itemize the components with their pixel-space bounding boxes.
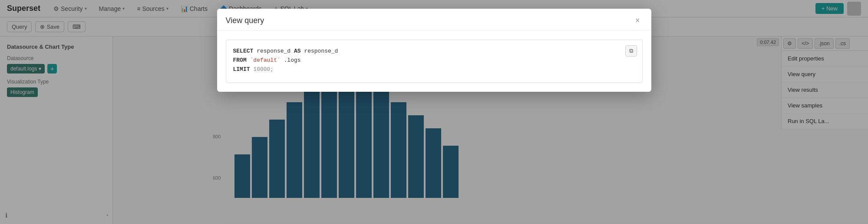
modal-title: View query bbox=[226, 16, 264, 25]
code-line-2: FROM `default` .logs bbox=[233, 56, 620, 65]
code-block: SELECT response_d AS response_d FROM `de… bbox=[226, 40, 643, 83]
modal-header: View query × bbox=[217, 9, 651, 31]
limit-keyword: LIMIT bbox=[233, 66, 250, 73]
as-keyword: AS bbox=[294, 48, 301, 54]
code-table-suffix: .logs bbox=[284, 57, 301, 64]
copy-icon: ⧉ bbox=[629, 47, 633, 54]
code-table-ref: `default` bbox=[250, 57, 281, 64]
modal-close-button[interactable]: × bbox=[633, 16, 643, 25]
copy-button[interactable]: ⧉ bbox=[625, 45, 637, 57]
code-line-3: LIMIT 10000; bbox=[233, 65, 620, 74]
code-line-1: SELECT response_d AS response_d bbox=[233, 47, 620, 56]
modal-body: SELECT response_d AS response_d FROM `de… bbox=[217, 31, 651, 92]
code-limit-value: 10000; bbox=[253, 66, 274, 73]
select-keyword: SELECT bbox=[233, 48, 254, 54]
from-keyword: FROM bbox=[233, 57, 247, 64]
code-alias: response_d bbox=[304, 48, 338, 54]
view-query-modal: View query × SELECT response_d AS respon… bbox=[217, 9, 651, 92]
code-column: response_d bbox=[257, 48, 294, 54]
